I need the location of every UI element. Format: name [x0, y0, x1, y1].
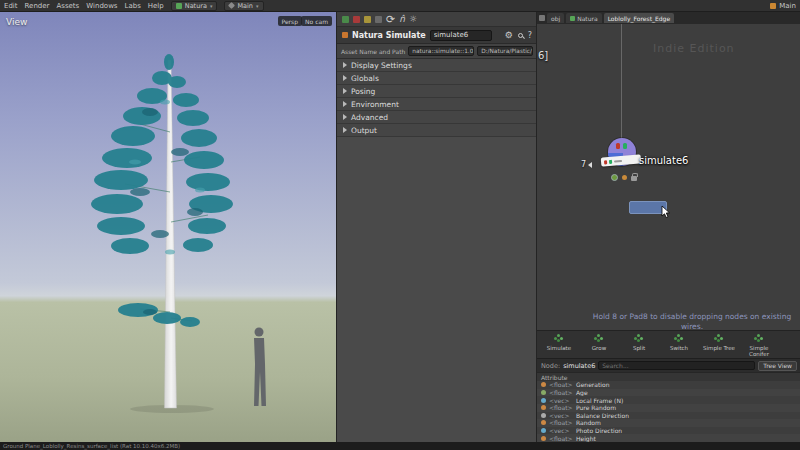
node-gray-icon[interactable] [375, 16, 382, 23]
attribute-name: Height [576, 435, 596, 442]
attribute-icon [541, 390, 546, 395]
desktop-selector-natura[interactable]: Natura ▾ [171, 1, 218, 11]
tree-node-icon [554, 334, 564, 343]
chevron-right-icon [343, 88, 347, 94]
attribute-row[interactable]: <float> Pure Random [537, 404, 800, 412]
display-flag-icon[interactable] [611, 174, 618, 181]
badge-red-icon [604, 160, 607, 164]
tab-label: Natura [577, 15, 597, 22]
section-globals[interactable]: Globals [337, 72, 537, 85]
pane-main-label: Main [779, 2, 796, 10]
node-name-field[interactable] [430, 30, 492, 41]
asset-path-dropdown[interactable]: D:/Natura/Plastic/src/lo... [477, 46, 533, 56]
node-green-icon[interactable] [342, 16, 349, 23]
help-icon[interactable]: ? [528, 31, 532, 40]
pane-tab-main[interactable]: Main [770, 2, 796, 10]
attribute-row[interactable]: <vec> Local Frame (N) [537, 396, 800, 404]
chevron-right-icon [343, 75, 347, 81]
lock-icon[interactable] [631, 176, 637, 181]
section-advanced[interactable]: Advanced [337, 111, 537, 124]
attribute-icon [541, 382, 546, 387]
tool-label: Simple Conifer [741, 345, 777, 358]
shelf-selector-main[interactable]: Main ▾ [224, 1, 263, 11]
node-yellow-icon[interactable] [364, 16, 371, 23]
menu-assets[interactable]: Assets [56, 2, 79, 10]
attribute-type: <float> [549, 381, 573, 388]
menu-labs[interactable]: Labs [125, 2, 141, 10]
section-label: Advanced [351, 113, 388, 122]
menubar: Edit Render Assets Windows Labs Help Nat… [0, 0, 800, 12]
parameter-titlebar: Natura Simulate ⚙ ? [337, 27, 537, 44]
menu-help[interactable]: Help [148, 2, 164, 10]
indie-edition-watermark: Indie Edition [653, 42, 735, 55]
viewport-3d[interactable]: View Persp No cam [0, 12, 336, 442]
node-figure-red-icon [616, 143, 620, 149]
tab-label: obj [551, 15, 560, 22]
attribute-row[interactable]: <vec> Balance Direction [537, 412, 800, 420]
parameter-title: Natura Simulate [352, 31, 426, 40]
node-red-icon[interactable] [353, 16, 360, 23]
chevron-right-icon [343, 114, 347, 120]
chevron-right-icon [343, 62, 347, 68]
viewport-persp-button[interactable]: Persp [278, 16, 303, 26]
tool-simple-tree[interactable]: Simple Tree [701, 334, 737, 351]
tool-switch[interactable]: Switch [661, 334, 697, 351]
attribute-header: Attribute [537, 372, 800, 381]
input-arrow-icon [588, 162, 592, 168]
tab-obj[interactable]: obj [547, 13, 564, 23]
asset-name-path-label: Asset Name and Path [341, 48, 405, 55]
attribute-icon [541, 420, 546, 425]
node-type-toolbar: Simulate Grow Split Switch Simple Tree S… [537, 330, 800, 358]
menu-edit[interactable]: Edit [4, 2, 18, 10]
tool-simulate[interactable]: Simulate [541, 334, 577, 351]
section-label: Environment [351, 100, 399, 109]
attribute-type: <float> [549, 419, 573, 426]
network-pane-icon[interactable] [539, 15, 545, 21]
section-label: Posing [351, 87, 375, 96]
section-output[interactable]: Output [337, 124, 537, 137]
gear-icon[interactable]: ⚙ [505, 31, 513, 40]
section-display-settings[interactable]: Display Settings [337, 59, 537, 72]
refresh-icon[interactable]: ⟳ [386, 15, 395, 24]
chevron-right-icon [343, 127, 347, 133]
attribute-type: <float> [549, 389, 573, 396]
attribute-row[interactable]: <float> Height [537, 434, 800, 442]
attribute-row[interactable]: <float> Random [537, 419, 800, 427]
section-label: Globals [351, 74, 379, 83]
section-environment[interactable]: Environment [337, 98, 537, 111]
tool-simple-conifer[interactable]: Simple Conifer [741, 334, 777, 358]
tool-label: Split [633, 345, 645, 351]
template-flag-icon[interactable] [622, 175, 627, 180]
tab-natura[interactable]: Natura [566, 13, 601, 23]
attribute-row[interactable]: <float> Generation [537, 381, 800, 389]
normals-icon[interactable]: n̂ [399, 15, 405, 24]
desktop-selector-label: Natura [185, 2, 207, 10]
tool-grow[interactable]: Grow [581, 334, 617, 351]
asset-type-dropdown[interactable]: natura::simulate::1.0 [408, 46, 474, 56]
attribute-row[interactable]: <vec> Photo Direction [537, 427, 800, 435]
menu-render[interactable]: Render [25, 2, 50, 10]
node-badge-strip [601, 154, 642, 166]
viewport-nocam-button[interactable]: No cam [301, 16, 332, 26]
tool-split[interactable]: Split [621, 334, 657, 351]
attribute-name: Random [576, 419, 601, 426]
tree-view-label: Tree View [763, 362, 792, 369]
section-label: Output [351, 126, 377, 135]
attribute-search-input[interactable] [598, 361, 755, 370]
network-canvas[interactable]: Indie Edition 6] 7 simulate6 Hold 8 or P… [537, 24, 800, 330]
tree-view-button[interactable]: Tree View [758, 361, 797, 371]
tab-loblolly-forest-edge[interactable]: Loblolly_Forest_Edge [604, 13, 674, 23]
attribute-type: <vec> [549, 397, 573, 404]
magnifier-icon[interactable] [518, 33, 523, 38]
display-options-icon[interactable]: ☼ [409, 15, 417, 24]
attribute-row[interactable]: <float> Age [537, 389, 800, 397]
badge-green-icon [609, 159, 612, 163]
node-figure-green-icon [623, 143, 627, 149]
attribute-type: <vec> [549, 412, 573, 419]
node-label: Node: [541, 362, 560, 370]
input-count-value: 7 [581, 160, 586, 169]
attribute-name: Generation [576, 381, 609, 388]
section-posing[interactable]: Posing [337, 85, 537, 98]
menu-windows[interactable]: Windows [86, 2, 117, 10]
tree-node-icon [634, 334, 644, 343]
